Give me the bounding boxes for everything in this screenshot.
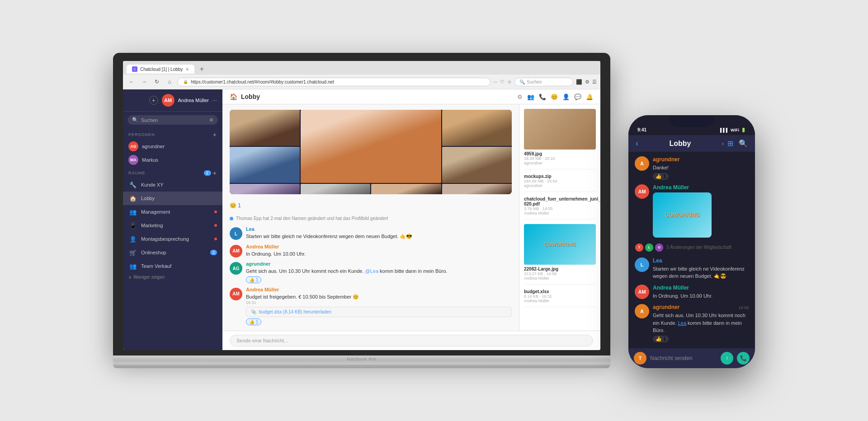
file-item-1: 4959.jpg 18.39 MB · 20:10 agrundner — [524, 109, 596, 169]
phone-back-button[interactable]: ‹ — [636, 139, 638, 148]
phone-message-lea: L Lea Starten wir bitte gleich ne Videok… — [635, 257, 749, 280]
msg-reaction[interactable]: 👍 1 — [246, 276, 261, 283]
scene: C Chatcloud [1] | Lobby ✕ + ← → ↻ ⌂ 🔒 — [113, 53, 755, 368]
message-lea-1: L Lea Starten wir bitte gleich ne Videok… — [230, 226, 512, 240]
contact-name: agrundner — [142, 144, 165, 149]
more-icon[interactable]: ··· — [493, 79, 497, 85]
phone-msg-text: In Ordnung. Um 10.00 Uhr. — [653, 292, 749, 300]
contact-avatar: AG — [128, 141, 138, 151]
phone-grid-icon[interactable]: ⊞ — [727, 139, 733, 148]
ext-icon[interactable]: ⬛ — [576, 79, 582, 85]
unread-dot — [214, 238, 217, 240]
file-name: 22082-Large.jpg — [524, 267, 596, 271]
video-cell-4 — [442, 147, 512, 183]
app-layout: + AM Andrea Müller ··· 🔍 Suchen ⚙ Person… — [123, 89, 600, 350]
contact-markus[interactable]: MA Markus — [123, 153, 222, 167]
less-button[interactable]: ∧ Weniger zeigen — [123, 273, 222, 281]
room-name: Kunde XY — [141, 182, 217, 187]
phone-input-avatar: T — [634, 352, 646, 365]
msg-body: Lea Starten wir bitte gleich ne Videokon… — [246, 226, 512, 240]
message-input[interactable]: Sende eine Nachricht... — [230, 335, 593, 346]
sidebar-search[interactable]: 🔍 Suchen ⚙ — [127, 115, 218, 125]
back-button[interactable]: ← — [127, 77, 137, 87]
browser-right-actions: ⬛ ⚙ ☰ — [576, 79, 597, 85]
msg-avatar: AM — [230, 245, 242, 257]
search-icon: 🔍 — [132, 117, 138, 123]
sidebar-menu-button[interactable]: ··· — [212, 97, 217, 103]
search-placeholder: Suchen — [527, 80, 542, 84]
phone-msg-reaction[interactable]: 👍 1 — [653, 173, 669, 180]
coworking-image: COWORKING — [524, 224, 596, 265]
phone-msg-body: Lea Starten wir bitte gleich ne Videokon… — [653, 257, 749, 280]
team-icon[interactable]: 👥 — [527, 94, 534, 100]
home-icon: 🏠 — [230, 93, 237, 100]
forward-button[interactable]: → — [139, 77, 149, 87]
laptop-base — [113, 356, 610, 365]
phone-input-field[interactable]: Nachricht senden — [650, 355, 717, 361]
section-personen: Personen + — [123, 128, 222, 140]
laptop-foot — [113, 365, 610, 368]
file-uploader: Andrea Müller — [524, 211, 596, 215]
browser-tab-active[interactable]: C Chatcloud [1] | Lobby ✕ — [127, 65, 194, 74]
refresh-button[interactable]: ↻ — [152, 77, 162, 87]
room-icon: 🛒 — [128, 248, 137, 257]
room-icon: 🏠 — [128, 194, 137, 203]
phone-msg-name: Andrea Müller — [653, 184, 749, 191]
phone-call-button[interactable]: 📞 — [737, 352, 750, 365]
url-bar[interactable]: 🔒 https://customer1.chatcloud.net/#/room… — [177, 78, 491, 86]
add-contact-button[interactable]: + — [213, 131, 217, 138]
phone-msg-name: agrundner — [653, 304, 679, 310]
phone-system-message: T L G 3 Änderungen der Mitgliedschaft — [635, 242, 749, 253]
room-onlineshop[interactable]: 🛒 Onlineshop 2 — [123, 246, 222, 259]
phone-msg-body: Andrea Müller In Ordnung. Um 10.00 Uhr. — [653, 285, 749, 300]
phone-message-andrea-img: AM Andrea Müller COWORKING — [635, 184, 749, 238]
room-montagsbesprechung[interactable]: 👤 Montagsbesprechung — [123, 232, 222, 246]
phone-send-button[interactable]: ↑ — [721, 352, 733, 365]
room-kunde-xy[interactable]: 🔧 Kunde XY — [123, 178, 222, 192]
phone-msg-reaction[interactable]: 👍 1 — [653, 336, 669, 342]
new-tab-button[interactable]: + — [196, 64, 207, 75]
bell-icon[interactable]: 🔔 — [586, 94, 593, 100]
unread-dot — [214, 210, 217, 213]
video-cell-2 — [442, 110, 512, 146]
add-workspace-button[interactable]: + — [149, 96, 158, 105]
person-icon[interactable]: 👤 — [562, 94, 570, 100]
file-meta: 213.27 KB · 14:58 — [524, 271, 596, 276]
menu-icon[interactable]: ☰ — [592, 79, 597, 85]
bookmark-icon[interactable]: ♡ — [500, 79, 505, 85]
browser-search-field[interactable]: 🔍 Suchen — [514, 78, 573, 86]
phone-chevron-icon: › — [722, 140, 724, 147]
msg-text: Geht sich aus. Um 10.30 Uhr kommt noch e… — [246, 267, 512, 275]
file-attachment[interactable]: 📎 budget.xlsx (8.14 KB) herunterladen — [246, 307, 512, 317]
room-lobby[interactable]: 🏠 Lobby — [123, 192, 222, 205]
phone-messages: A agrundner Danke! 👍 1 AM Andrea Müller … — [628, 152, 755, 348]
file-item-3: chatcloud_fuer_unternehmen_juni_2 020.pd… — [524, 196, 596, 220]
call-icon[interactable]: 📞 — [539, 94, 546, 100]
video-reaction: 😊 1 — [230, 202, 512, 209]
room-name: Montagsbesprechung — [141, 236, 211, 242]
home-button[interactable]: ⌂ — [165, 77, 175, 87]
msg-sender-name: Andrea Müller — [246, 244, 512, 249]
contact-agrundner[interactable]: AG agrundner — [123, 140, 222, 153]
settings-icon[interactable]: ⚙ — [517, 94, 523, 100]
room-team-verkauf[interactable]: 👥 Team Verkauf — [123, 259, 222, 273]
room-marketing[interactable]: 📱 Marketing — [123, 219, 222, 232]
msg-sender-name: agrundner — [246, 261, 512, 267]
video-cell-5 — [230, 184, 300, 194]
star-icon[interactable]: ☆ — [507, 79, 512, 85]
phone-msg-avatar: L — [635, 257, 649, 272]
search-filter-icon[interactable]: ⚙ — [209, 117, 213, 122]
emoji-icon[interactable]: 😊 — [551, 94, 558, 100]
phone-msg-avatar: A — [635, 156, 649, 171]
phone-msg-time: 16:09 — [738, 305, 749, 310]
msg-reaction[interactable]: 👍 1 — [246, 318, 261, 325]
room-management[interactable]: 👥 Management — [123, 205, 222, 219]
chat-icon[interactable]: 💬 — [574, 94, 581, 100]
video-cell-1 — [230, 110, 300, 146]
msg-body: Andrea Müller Budget ist freigegeben. € … — [246, 287, 512, 326]
phone-search-icon[interactable]: 🔍 — [739, 139, 748, 148]
add-room-button[interactable]: + — [213, 169, 217, 177]
tab-close-button[interactable]: ✕ — [185, 67, 189, 72]
settings-icon[interactable]: ⚙ — [585, 79, 590, 85]
browser-chrome: C Chatcloud [1] | Lobby ✕ + ← → ↻ ⌂ 🔒 — [123, 61, 600, 89]
